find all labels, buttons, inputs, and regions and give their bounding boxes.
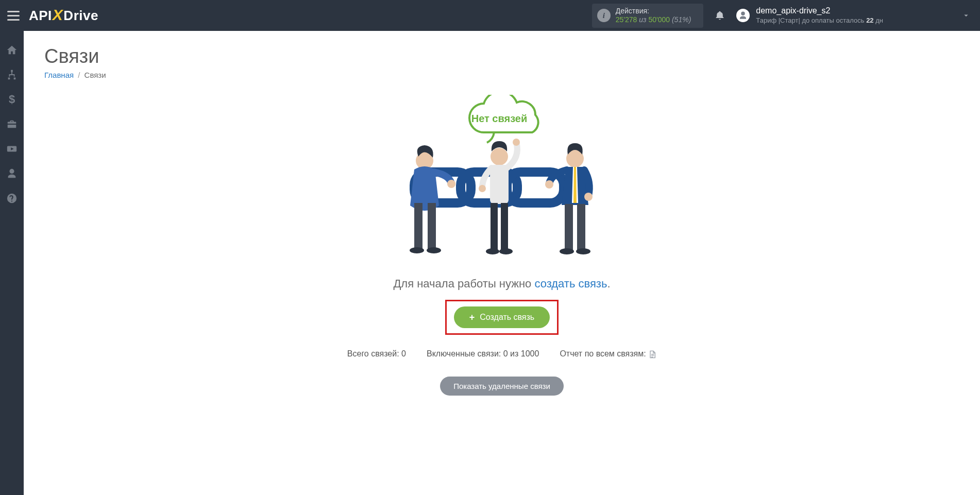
main-content: Связи Главная / Связи Нет связей <box>24 31 980 416</box>
svg-point-21 <box>576 248 590 254</box>
create-button-label: Создать связь <box>480 313 534 322</box>
empty-illustration: Нет связей <box>394 95 610 265</box>
svg-point-6 <box>410 247 424 253</box>
logo-text-x: X <box>52 6 64 24</box>
logo[interactable]: APIXDrive <box>29 7 98 24</box>
sitemap-icon[interactable] <box>6 69 18 80</box>
dollar-icon[interactable]: $ <box>9 94 15 105</box>
empty-state: Нет связей <box>44 95 959 396</box>
prompt-link[interactable]: создать связь <box>534 277 607 290</box>
help-icon[interactable] <box>6 193 18 204</box>
sidebar: $ <box>0 31 24 416</box>
svg-rect-4 <box>414 203 423 249</box>
menu-toggle[interactable] <box>7 9 20 22</box>
actions-used: 25'278 <box>616 15 637 24</box>
svg-rect-12 <box>501 203 508 250</box>
create-connection-button[interactable]: + Создать связь <box>454 306 550 328</box>
cloud-text: Нет связей <box>471 113 528 124</box>
tariff-prefix: Тариф |Старт| до оплаты осталось <box>756 16 866 24</box>
actions-total: 50'000 <box>648 15 670 24</box>
header: APIXDrive i Действия: 25'278 из 50'000 (… <box>0 0 980 31</box>
svg-rect-11 <box>491 203 498 250</box>
stat-total: Всего связей: 0 <box>347 349 406 359</box>
stats-row: Всего связей: 0 Включенные связи: 0 из 1… <box>347 349 656 359</box>
svg-rect-18 <box>565 204 573 250</box>
svg-point-8 <box>447 180 455 188</box>
breadcrumb-sep: / <box>76 71 82 79</box>
youtube-icon[interactable] <box>6 143 18 155</box>
stat-report: Отчет по всем связям: <box>560 349 656 359</box>
briefcase-icon[interactable] <box>6 118 18 130</box>
svg-point-22 <box>545 180 553 189</box>
svg-point-15 <box>513 139 520 146</box>
tariff-days: 22 <box>866 16 873 24</box>
actions-usage[interactable]: i Действия: 25'278 из 50'000 (51%) <box>592 4 704 28</box>
user-icon[interactable] <box>6 168 18 179</box>
chevron-down-icon <box>961 11 971 20</box>
info-icon: i <box>597 9 611 22</box>
avatar-icon <box>736 9 750 22</box>
actions-label: Действия: <box>616 7 691 16</box>
prompt-text: Для начала работы нужно создать связь. <box>393 277 610 291</box>
svg-rect-19 <box>577 204 585 250</box>
user-text: demo_apix-drive_s2 Тариф |Старт| до опла… <box>756 6 883 25</box>
report-document-icon[interactable] <box>648 350 656 359</box>
user-dropdown[interactable]: demo_apix-drive_s2 Тариф |Старт| до опла… <box>736 6 975 25</box>
bell-icon[interactable] <box>715 10 725 21</box>
actions-iz: из <box>639 15 646 24</box>
plus-icon: + <box>469 313 475 322</box>
actions-pct: (51%) <box>672 15 691 24</box>
svg-point-16 <box>479 185 486 192</box>
breadcrumb-home[interactable]: Главная <box>44 71 74 79</box>
breadcrumb-current: Связи <box>85 71 106 79</box>
svg-point-23 <box>584 193 593 201</box>
home-icon[interactable] <box>6 44 18 56</box>
breadcrumb: Главная / Связи <box>44 71 959 79</box>
logo-text-drive: Drive <box>63 8 98 24</box>
actions-text: Действия: 25'278 из 50'000 (51%) <box>616 7 691 25</box>
tariff-suffix: дн <box>874 16 883 24</box>
prompt-after: . <box>607 277 610 290</box>
svg-rect-5 <box>428 203 436 249</box>
prompt-before: Для начала работы нужно <box>393 277 534 290</box>
create-button-highlight: + Создать связь <box>445 300 559 335</box>
user-name: demo_apix-drive_s2 <box>756 6 883 16</box>
svg-point-20 <box>560 248 574 254</box>
logo-text-api: API <box>29 8 52 24</box>
svg-point-13 <box>486 248 499 254</box>
svg-point-14 <box>499 248 513 254</box>
svg-point-9 <box>491 148 508 165</box>
page-title: Связи <box>44 45 959 67</box>
stat-enabled: Включенные связи: 0 из 1000 <box>427 349 539 359</box>
show-deleted-button[interactable]: Показать удаленные связи <box>440 377 564 396</box>
svg-point-7 <box>427 247 441 253</box>
